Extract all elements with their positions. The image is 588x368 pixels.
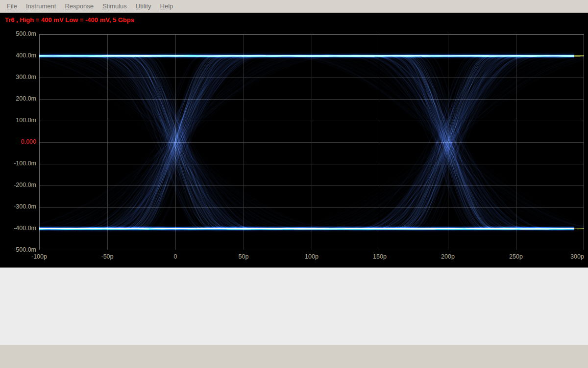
y-tick-label: -100.0m [0, 160, 36, 167]
y-tick-label: 100.0m [0, 117, 36, 124]
y-tick-label: 0.000 [0, 138, 36, 145]
x-tick-label: 50p [239, 253, 249, 260]
menu-stimulus[interactable]: Stimulus [98, 1, 131, 11]
y-tick-label: 400.0m [0, 52, 36, 59]
y-tick-label: -200.0m [0, 182, 36, 188]
menu-response[interactable]: Response [61, 1, 98, 11]
menu-instrument[interactable]: Instrument [22, 1, 60, 11]
x-tick-label: 250p [509, 253, 523, 260]
control-panel: TDR Trace 6 ▼ Tdd12 Run Stop Single File… [0, 267, 588, 345]
y-tick-label: 200.0m [0, 95, 36, 102]
y-tick-label: 300.0m [0, 74, 36, 80]
menu-bar: File Instrument Response Stimulus Utilit… [0, 0, 588, 13]
y-tick-label: -500.0m [0, 246, 36, 253]
instrument-window: File Instrument Response Stimulus Utilit… [0, 0, 588, 368]
x-tick-label: 100p [305, 253, 318, 260]
menu-file[interactable]: File [3, 1, 21, 11]
x-tick-label: 200p [441, 253, 455, 260]
eye-diagram-canvas [39, 34, 584, 250]
y-tick-label: 500.0m [0, 30, 36, 37]
x-tick-label: 300p [570, 253, 584, 260]
y-tick-label: -400.0m [0, 225, 36, 232]
x-tick-label: -100p [31, 253, 47, 260]
x-tick-label: 0 [174, 253, 177, 260]
trace-annotation: Tr6 , High = 400 mV Low = -400 mV, 5 Gbp… [5, 16, 134, 24]
y-tick-label: -300.0m [0, 203, 36, 210]
menu-help[interactable]: Help [156, 1, 177, 11]
eye-diagram-plot: Tr6 , High = 400 mV Low = -400 mV, 5 Gbp… [0, 13, 588, 267]
x-tick-label: 150p [373, 253, 387, 260]
x-tick-label: -50p [101, 253, 113, 260]
menu-utility[interactable]: Utility [132, 1, 155, 11]
